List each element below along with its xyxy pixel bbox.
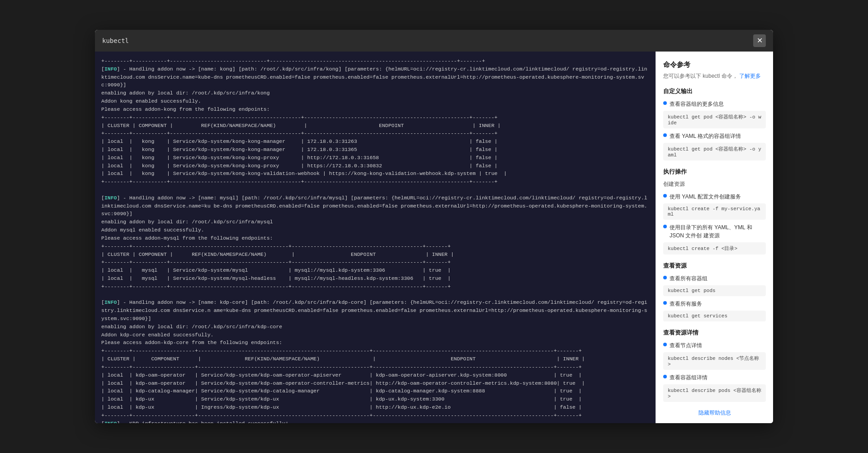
term-line: +--------+-----------+------------------… xyxy=(101,129,649,137)
bullet-item: 查看所有服务 xyxy=(663,300,766,308)
bullet-item: 查看节点详情 xyxy=(663,341,766,349)
term-line: +--------+-----------+------------------… xyxy=(101,283,649,291)
term-line: | local | kong | Service/kdp-system/kong… xyxy=(101,146,649,154)
bullet-icon xyxy=(663,194,667,198)
bullet-item: 查看所有容器组 xyxy=(663,274,766,283)
modal: kubectl ✕ +--------+-----------+--------… xyxy=(95,30,773,423)
modal-body: +--------+-----------+------------------… xyxy=(95,52,773,423)
subsection-create-title: 创建资源 xyxy=(663,180,766,188)
modal-title: kubectl xyxy=(102,37,129,44)
bullet-item: 查看容器组详情 xyxy=(663,373,766,382)
bullet-item: 使用目录下的所有 YAML、YML 和 JSON 文件创 建资源 xyxy=(663,223,766,240)
term-line: | local | kdp-catalog-manager| Service/k… xyxy=(101,387,649,395)
sidebar: 命令参考 您可以参考以下 kubectl 命令， 了解更多 自定义输出 查看容器… xyxy=(656,52,773,423)
bullet-item: 查看容器组的更多信息 xyxy=(663,100,766,108)
term-line: +--------+-----------+------------------… xyxy=(101,242,649,250)
bullet-text: 使用目录下的所有 YAML、YML 和 JSON 文件创 建资源 xyxy=(670,223,766,240)
term-line: Addon mysql enabled successfully. xyxy=(101,226,649,234)
terminal-panel[interactable]: +--------+-----------+------------------… xyxy=(95,52,656,423)
term-line: +--------+-----------+------------------… xyxy=(101,57,649,65)
term-line: +--------+--------------------+---------… xyxy=(101,363,649,371)
code-block: kubectl get pod <容器组名称> -o wide xyxy=(663,111,766,128)
code-block: kubectl describe pods <容器组名称> xyxy=(663,384,766,402)
code-block: kubectl get services xyxy=(663,311,766,321)
term-line: | local | kong | Service/kdp-system/kong… xyxy=(101,154,649,162)
code-block: kubectl create -f <目录> xyxy=(663,242,766,255)
modal-header: kubectl ✕ xyxy=(95,30,773,52)
section-exec-title: 执行操作 xyxy=(663,168,766,176)
modal-overlay: kubectl ✕ +--------+-----------+--------… xyxy=(0,0,868,453)
term-line: [INFO] - Handling addon now -> [name: ko… xyxy=(101,65,649,89)
term-line: Addon kdp-core enabled successfully. xyxy=(101,331,649,339)
term-line: | local | kdp-ux | Ingress/kdp-system/kd… xyxy=(101,403,649,411)
term-line: | local | kdp-oam-operator | Service/kdp… xyxy=(101,371,649,379)
bullet-text: 查看 YAML 格式的容器组详情 xyxy=(670,132,741,140)
bullet-item: 使用 YAML 配置文件创建服务 xyxy=(663,193,766,201)
term-line: +--------+--------------------+---------… xyxy=(101,411,649,420)
code-block: kubectl get pod <容器组名称> -o yaml xyxy=(663,143,766,160)
term-line: +--------+--------------------+---------… xyxy=(101,347,649,355)
bullet-icon xyxy=(663,276,667,279)
section-custom-output-title: 自定义输出 xyxy=(663,87,766,95)
bullet-text: 查看容器组的更多信息 xyxy=(670,100,724,108)
term-line: +--------+-----------+------------------… xyxy=(101,178,649,186)
learn-more-link[interactable]: 了解更多 xyxy=(739,73,761,79)
bullet-icon xyxy=(663,133,667,137)
term-line: +--------+-----------+------------------… xyxy=(101,258,649,266)
bullet-text: 查看所有服务 xyxy=(670,300,702,308)
bullet-text: 查看所有容器组 xyxy=(670,274,708,283)
bullet-item: 查看 YAML 格式的容器组详情 xyxy=(663,132,766,140)
term-line: | local | mysql | Service/kdp-system/mys… xyxy=(101,274,649,283)
bullet-icon xyxy=(663,301,667,305)
term-line: | local | kdp-oam-operator | Service/kdp… xyxy=(101,379,649,387)
hide-help-link[interactable]: 隐藏帮助信息 xyxy=(663,409,766,417)
bullet-text: 查看节点详情 xyxy=(670,341,702,349)
sidebar-subtitle: 您可以参考以下 kubectl 命令， 了解更多 xyxy=(663,72,766,80)
bullet-icon xyxy=(663,101,667,105)
term-line: | local | kdp-ux | Service/kdp-system/kd… xyxy=(101,395,649,403)
term-line: Please access addon-mysql from the follo… xyxy=(101,234,649,242)
term-line: enabling addon by local dir: /root/.kdp/… xyxy=(101,89,649,97)
code-block: kubectl create -f my-service.yaml xyxy=(663,203,766,220)
section-view-resources-title: 查看资源 xyxy=(663,262,766,270)
bullet-icon xyxy=(663,375,667,378)
section-resource-detail-title: 查看资源详情 xyxy=(663,329,766,337)
term-line: Please access addon-kdp-core from the fo… xyxy=(101,339,649,347)
close-button[interactable]: ✕ xyxy=(753,34,766,47)
code-block: kubectl describe nodes <节点名称> xyxy=(663,352,766,370)
term-line: | local | kong | Service/kdp-system/kong… xyxy=(101,162,649,170)
term-line: | local | kong | Service/kdp-system/kong… xyxy=(101,170,649,178)
term-line: [INFO] - KDP infrastructure has been ins… xyxy=(101,420,649,423)
term-line: [INFO] - Handling addon now -> [name: my… xyxy=(101,194,649,218)
term-line: +--------+-----------+------------------… xyxy=(101,113,649,122)
term-line: Addon kong enabled successfully. xyxy=(101,97,649,105)
sidebar-title: 命令参考 xyxy=(663,61,766,69)
term-line: | CLUSTER | COMPONENT | REF(KIND/NAMESPA… xyxy=(101,250,649,259)
term-line: | CLUSTER | COMPONENT | REF(KIND/NAMESPA… xyxy=(101,122,649,130)
term-line: enabling addon by local dir: /root/.kdp/… xyxy=(101,218,649,226)
bullet-text: 查看容器组详情 xyxy=(670,373,708,382)
bullet-icon xyxy=(663,343,667,346)
term-line: | local | kong | Service/kdp-system/kong… xyxy=(101,137,649,146)
term-line: [INFO] - Handling addon now -> [name: kd… xyxy=(101,298,649,322)
bullet-icon xyxy=(663,225,667,228)
term-line: enabling addon by local dir: /root/.kdp/… xyxy=(101,323,649,331)
bullet-text: 使用 YAML 配置文件创建服务 xyxy=(670,193,741,201)
code-block: kubectl get pods xyxy=(663,285,766,296)
term-line: Please access addon-kong from the follow… xyxy=(101,105,649,113)
term-line: | CLUSTER | COMPONENT | REF(KIND/NAMESPA… xyxy=(101,355,649,363)
term-line: | local | mysql | Service/kdp-system/mys… xyxy=(101,266,649,274)
